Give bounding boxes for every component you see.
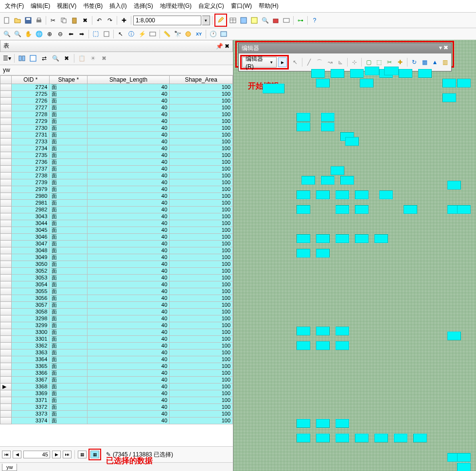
cell[interactable]: 面 [50,349,88,356]
cell[interactable]: 100 [170,227,233,234]
cell[interactable]: 2982 [12,207,50,213]
attributes-icon[interactable]: ▦ [420,57,429,67]
row-header[interactable] [0,241,12,247]
cell[interactable]: 3369 [12,390,50,397]
cell[interactable]: 面 [50,152,88,159]
table-row[interactable]: 2726面40100 [0,98,233,105]
table-icon[interactable] [228,16,238,25]
last-record-icon[interactable]: ⏭ [63,451,71,458]
map-feature[interactable] [297,419,310,428]
row-header[interactable] [0,179,12,186]
map-feature[interactable] [374,434,388,442]
map-feature[interactable] [447,331,461,340]
cell[interactable]: 面 [50,234,88,241]
cell[interactable]: 100 [170,309,233,315]
table-row[interactable]: 3298面40100 [0,315,233,322]
map-feature[interactable] [399,69,412,78]
cell[interactable]: 40 [88,241,170,247]
cell[interactable]: 面 [50,132,88,139]
table-row[interactable]: 2981面40100 [0,200,233,207]
full-extent-icon[interactable]: 🌐 [34,29,44,39]
cell[interactable]: 40 [88,145,170,152]
row-header[interactable] [0,302,12,309]
map-feature[interactable] [297,341,310,350]
cell[interactable]: 3053 [12,275,50,281]
table-row[interactable]: 3301面40100 [0,336,233,343]
table-row[interactable]: 3058面40100 [0,309,233,315]
cell[interactable]: 3049 [12,254,50,261]
first-record-icon[interactable]: ⏮ [2,451,11,458]
cell[interactable]: 40 [88,370,170,377]
map-feature[interactable] [340,176,354,185]
row-header[interactable] [0,132,12,139]
model-icon[interactable]: ⊶ [296,16,305,25]
show-all-icon[interactable]: ▦ [78,451,87,458]
map-feature[interactable] [321,113,335,122]
row-header[interactable] [0,356,12,363]
find-icon[interactable]: 🔭 [173,29,182,39]
row-header[interactable] [0,275,12,281]
clear-sel-icon[interactable]: ✖ [62,53,71,63]
table-row[interactable]: 3300面40100 [0,329,233,336]
scale-dropdown-icon[interactable]: ▾ [202,16,210,25]
row-header[interactable] [0,118,12,125]
cell[interactable]: 40 [88,315,170,322]
next-record-icon[interactable]: ▶ [52,451,61,458]
table-row[interactable]: 2738面40100 [0,173,233,179]
cell[interactable]: 100 [170,404,233,411]
map-feature[interactable] [457,79,471,87]
cell[interactable]: 面 [50,91,88,98]
table-row[interactable]: 2980面40100 [0,193,233,200]
map-feature[interactable] [335,191,349,199]
row-header[interactable] [0,418,12,424]
arc-segment-icon[interactable]: ⌒ [315,57,324,67]
row-header[interactable] [0,213,12,220]
row-header[interactable] [0,329,12,336]
map-feature[interactable] [365,67,379,75]
column-header[interactable]: Shape * [50,76,88,84]
cell[interactable]: 面 [50,145,88,152]
menu-item[interactable]: 插入(I) [109,2,126,10]
copy-rows-icon[interactable]: 📋 [77,53,87,63]
cell[interactable]: 100 [170,186,233,193]
cell[interactable]: 40 [88,363,170,370]
cell[interactable]: 40 [88,207,170,213]
row-header[interactable] [0,207,12,213]
cell[interactable]: 40 [88,213,170,220]
cell[interactable]: 面 [50,200,88,207]
map-feature[interactable] [321,122,335,131]
cell[interactable]: 面 [50,166,88,173]
identify-icon[interactable]: ⓘ [126,29,136,39]
table-row[interactable]: 2725面40100 [0,91,233,98]
table-row[interactable]: 3299面40100 [0,322,233,329]
cell[interactable]: 3301 [12,336,50,343]
close-panel-icon[interactable]: ✖ [225,43,229,50]
cell[interactable]: 3367 [12,377,50,384]
cell[interactable]: 3047 [12,241,50,247]
editor-toolbar-toggle[interactable] [214,14,227,27]
select-features-icon[interactable] [91,29,101,39]
map-feature[interactable] [297,122,310,131]
cell[interactable]: 40 [88,397,170,404]
cell[interactable]: 40 [88,179,170,186]
row-header[interactable] [0,125,12,132]
cell[interactable]: 100 [170,302,233,309]
cell[interactable]: 3054 [12,281,50,288]
cell[interactable]: 40 [88,309,170,315]
editor-menu-button[interactable]: 编辑器(R)▼ [242,57,277,68]
cell[interactable]: 面 [50,418,88,424]
cell[interactable]: 40 [88,404,170,411]
cell[interactable]: 100 [170,125,233,132]
rotate-icon[interactable]: ↻ [410,57,419,67]
cell[interactable]: 100 [170,84,233,91]
row-header[interactable] [0,336,12,343]
cell[interactable]: 面 [50,281,88,288]
highlight-icon[interactable]: ☀ [88,53,98,63]
cell[interactable]: 2738 [12,173,50,179]
split-icon[interactable]: ✚ [395,57,404,67]
cell[interactable]: 2979 [12,186,50,193]
cell[interactable]: 面 [50,275,88,281]
cell[interactable]: 面 [50,105,88,111]
cell[interactable]: 40 [88,275,170,281]
record-position-input[interactable] [23,451,50,458]
